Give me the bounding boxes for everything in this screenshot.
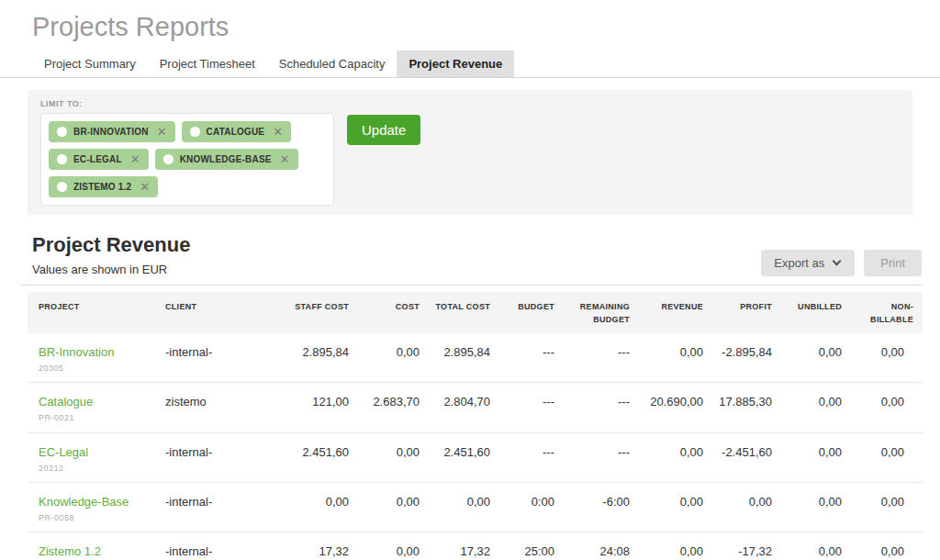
- project-link[interactable]: Knowledge-Base: [39, 495, 129, 509]
- limit-to-label: LIMIT TO:: [40, 99, 901, 108]
- client-cell: -internal-: [165, 532, 266, 560]
- project-link[interactable]: Catalogue: [39, 395, 93, 409]
- total-cost-cell: 2.804,70: [429, 383, 499, 432]
- table-row: BR-Innovation 20305 -internal- 2.895,84 …: [28, 333, 923, 383]
- remove-tag-icon[interactable]: ✕: [280, 153, 290, 165]
- filter-tag-label: CATALOGUE: [207, 127, 265, 137]
- project-link[interactable]: EC-Legal: [39, 445, 88, 459]
- total-cost-cell: 0,00: [429, 482, 499, 532]
- client-cell: -internal-: [165, 333, 266, 383]
- project-cell: BR-Innovation 20305: [28, 333, 165, 383]
- project-cell: EC-Legal 20212: [28, 432, 165, 482]
- cost-cell: 2.683,70: [358, 383, 429, 432]
- table-row: Catalogue PR-0021 zistemo 121,00 2.683,7…: [28, 383, 923, 432]
- project-cell: Catalogue PR-0021: [28, 383, 165, 432]
- remaining-budget-cell: ---: [564, 383, 639, 432]
- profit-cell: -2.451,60: [712, 432, 781, 482]
- revenue-cell: 0,00: [639, 482, 712, 532]
- column-header: STAFF COST: [266, 292, 358, 333]
- tab[interactable]: Project Timesheet: [148, 50, 267, 77]
- revenue-table: PROJECT CLIENT STAFF COST COST TOTAL COS…: [28, 292, 923, 560]
- chevron-down-icon: [833, 257, 842, 266]
- filter-tag[interactable]: KNOWLEDGE-BASE ✕: [155, 149, 298, 170]
- print-button[interactable]: Print: [864, 250, 922, 276]
- table-row: Knowledge-Base PR-0058 -internal- 0,00 0…: [28, 482, 923, 532]
- filter-tag-label: KNOWLEDGE-BASE: [180, 154, 272, 164]
- remaining-budget-cell: 24:08: [564, 532, 639, 560]
- project-code: 20305: [39, 364, 156, 373]
- column-header: REVENUE: [639, 292, 712, 333]
- non-billable-cell: 0,00: [851, 532, 923, 560]
- cost-cell: 0,00: [358, 432, 429, 482]
- table-header-row: PROJECT CLIENT STAFF COST COST TOTAL COS…: [28, 292, 923, 333]
- profit-cell: -2.895,84: [712, 333, 781, 383]
- total-cost-cell: 2.451,60: [429, 432, 499, 482]
- profit-cell: 17.885,30: [712, 383, 781, 432]
- tab[interactable]: Scheduled Capacity: [267, 50, 397, 77]
- non-billable-cell: 0,00: [851, 383, 923, 432]
- remove-tag-icon[interactable]: ✕: [130, 153, 140, 165]
- export-as-label: Export as: [774, 256, 824, 270]
- tab[interactable]: Project Summary: [32, 50, 148, 77]
- column-header: BUDGET: [499, 292, 564, 333]
- staff-cost-cell: 17,32: [266, 532, 358, 560]
- tag-bullet-icon: [57, 127, 67, 137]
- project-filter-box[interactable]: BR-INNOVATION ✕ CATALOGUE ✕ EC-LEGAL ✕: [40, 113, 334, 206]
- unbilled-cell: 0,00: [781, 333, 851, 383]
- tab-label: Scheduled Capacity: [279, 57, 386, 71]
- filter-tag[interactable]: BR-INNOVATION ✕: [49, 121, 175, 142]
- filter-tag-label: EC-LEGAL: [73, 154, 122, 164]
- client-cell: zistemo: [165, 383, 266, 432]
- cost-cell: 0,00: [358, 532, 429, 560]
- tab[interactable]: Project Revenue: [397, 50, 514, 77]
- remove-tag-icon[interactable]: ✕: [273, 126, 283, 138]
- total-cost-cell: 17,32: [429, 532, 499, 560]
- remove-tag-icon[interactable]: ✕: [157, 126, 167, 138]
- remaining-budget-cell: -6:00: [564, 482, 639, 532]
- column-header: UNBILLED: [781, 292, 851, 333]
- project-code: 20212: [39, 464, 156, 473]
- project-link[interactable]: Zistemo 1.2: [39, 544, 101, 558]
- update-button[interactable]: Update: [347, 115, 420, 145]
- revenue-table-container: PROJECT CLIENT STAFF COST COST TOTAL COS…: [20, 285, 923, 560]
- column-header: TOTAL COST: [429, 292, 499, 333]
- tab-label: Project Timesheet: [160, 57, 255, 71]
- report-title: Project Revenue: [32, 233, 190, 257]
- client-cell: -internal-: [165, 482, 266, 532]
- project-code: PR-0021: [39, 413, 156, 422]
- remaining-budget-cell: ---: [564, 333, 639, 383]
- page: Projects Reports Project Summary Project…: [0, 12, 940, 560]
- project-cell: Knowledge-Base PR-0058: [28, 482, 165, 532]
- remaining-budget-cell: ---: [564, 432, 639, 482]
- column-header: COST: [358, 292, 429, 333]
- revenue-cell: 0,00: [639, 333, 712, 383]
- filter-panel: LIMIT TO: BR-INNOVATION ✕ CATALOGUE ✕: [28, 90, 912, 215]
- unbilled-cell: 0,00: [781, 482, 851, 532]
- non-billable-cell: 0,00: [851, 333, 923, 383]
- budget-cell: ---: [499, 383, 564, 432]
- budget-cell: 0:00: [499, 482, 564, 532]
- report-actions: Export as Print: [761, 250, 922, 276]
- staff-cost-cell: 2.895,84: [266, 333, 358, 383]
- filter-row: BR-INNOVATION ✕ CATALOGUE ✕ EC-LEGAL ✕: [40, 113, 901, 206]
- table-row: EC-Legal 20212 -internal- 2.451,60 0,00 …: [28, 432, 923, 482]
- non-billable-cell: 0,00: [851, 432, 923, 482]
- project-code: PR-0058: [39, 513, 156, 522]
- project-link[interactable]: BR-Innovation: [39, 345, 114, 359]
- report-titles: Project Revenue Values are shown in EUR: [32, 233, 190, 276]
- tag-bullet-icon: [57, 154, 67, 164]
- filter-tag[interactable]: EC-LEGAL ✕: [49, 149, 149, 170]
- filter-tag[interactable]: ZISTEMO 1.2 ✕: [49, 176, 158, 197]
- unbilled-cell: 0,00: [781, 432, 851, 482]
- remove-tag-icon[interactable]: ✕: [140, 181, 150, 193]
- tag-bullet-icon: [163, 154, 173, 164]
- export-as-button[interactable]: Export as: [761, 250, 855, 276]
- unbilled-cell: 0,00: [781, 383, 851, 432]
- cost-cell: 0,00: [358, 333, 429, 383]
- budget-cell: ---: [499, 333, 564, 383]
- filter-tag[interactable]: CATALOGUE ✕: [182, 121, 292, 142]
- tab-label: Project Revenue: [408, 57, 502, 71]
- profit-cell: 0,00: [712, 482, 781, 532]
- tab-label: Project Summary: [44, 57, 136, 71]
- total-cost-cell: 2.895,84: [429, 333, 499, 383]
